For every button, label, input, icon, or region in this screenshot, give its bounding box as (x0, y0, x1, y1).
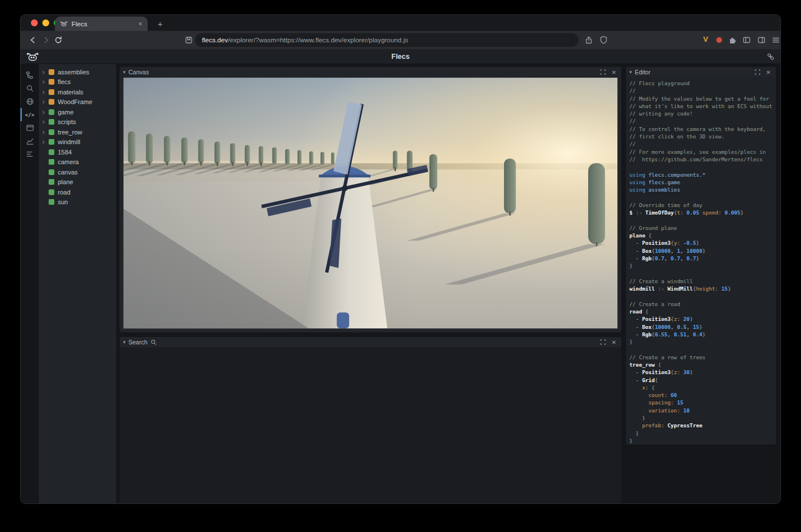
reload-button[interactable] (54, 35, 63, 45)
code-line: // Override time of day (629, 201, 772, 209)
fullscreen-icon[interactable] (599, 338, 607, 346)
tab-title: Flecs (72, 21, 134, 27)
tab-close-icon[interactable]: ✕ (138, 21, 142, 27)
code-line: // (629, 140, 772, 148)
bookmarks-sidebar-icon[interactable] (184, 35, 193, 45)
expand-caret-icon[interactable]: › (42, 129, 49, 136)
tree-item-label: assemblies (58, 69, 89, 76)
close-panel-icon[interactable]: ✕ (610, 68, 618, 76)
code-line: // (629, 87, 772, 94)
tree-item-materials[interactable]: ›materials (39, 87, 116, 97)
entity-color-swatch (49, 139, 54, 145)
tree-item-flecs[interactable]: ›flecs (39, 77, 116, 88)
code-line: // Ground plane (629, 224, 772, 232)
code-line: // https://github.com/SanderMertens/flec… (629, 156, 772, 163)
collapse-caret-icon[interactable]: ▾ (629, 70, 632, 75)
close-panel-icon[interactable]: ✕ (610, 338, 618, 346)
chart-panel-icon[interactable] (21, 134, 39, 148)
expand-caret-icon[interactable]: › (42, 109, 49, 116)
share-icon[interactable] (584, 35, 593, 45)
url-host: flecs.dev (202, 37, 228, 43)
address-bar[interactable]: flecs.dev/explorer/?wasm=https://www.fle… (195, 33, 578, 47)
entity-color-swatch (49, 99, 54, 105)
editor-panel-title: Editor (635, 69, 651, 76)
code-line: - Position3{z: 20} (629, 315, 772, 323)
tree-item-scripts[interactable]: ›scripts (39, 117, 116, 128)
code-line: // Flecs playground (629, 80, 772, 87)
entity-tree: ›assemblies›flecs›materials›WoodFrame›ga… (39, 64, 116, 503)
panel-icon-strip: </> (21, 64, 39, 503)
extensions-puzzle-icon[interactable] (728, 35, 737, 45)
red-extension-icon[interactable] (716, 37, 722, 43)
stats-panel-icon[interactable] (21, 148, 39, 161)
entity-color-swatch (49, 149, 54, 155)
tree-item-tree_row[interactable]: ›tree_row (39, 127, 116, 137)
shield-icon[interactable] (599, 35, 608, 45)
entities-tree-panel-icon[interactable] (21, 69, 39, 82)
sidebar-panel-icon[interactable] (742, 35, 751, 45)
minimize-window-button[interactable] (42, 19, 49, 26)
reading-list-panel-icon[interactable] (757, 35, 766, 45)
tree-item-assemblies[interactable]: ›assemblies (39, 67, 116, 77)
code-line: windmill :- WindMill{height: 15} (629, 285, 772, 292)
expand-caret-icon[interactable]: › (42, 78, 49, 85)
tree-item-label: sun (58, 198, 68, 205)
tree-item-road[interactable]: road (39, 187, 116, 197)
v-extension-icon[interactable]: V (703, 35, 708, 43)
entity-color-swatch (49, 179, 54, 185)
back-button[interactable] (29, 35, 38, 45)
code-line: - Position3{y: -0.5} (629, 239, 772, 247)
code-editor-panel-icon[interactable]: </> (21, 108, 39, 121)
code-line: - Position3{z: 30} (629, 368, 772, 376)
close-window-button[interactable] (31, 19, 38, 26)
new-tab-button[interactable]: + (154, 18, 166, 29)
search-panel: ▾ Search ✕ (120, 337, 621, 503)
menu-icon[interactable] (771, 35, 780, 45)
code-line: $ :- TimeOfDay{t: 0.05 speed: 0.005} (629, 209, 772, 216)
code-line: // Create a road (629, 300, 772, 308)
search-icon (150, 339, 157, 346)
tree-item-camera[interactable]: camera (39, 157, 116, 168)
tree-item-sun[interactable]: sun (39, 197, 116, 208)
code-line (629, 163, 772, 170)
fullscreen-icon[interactable] (754, 68, 762, 76)
tree-item-label: flecs (58, 78, 71, 85)
tree-item-canvas[interactable]: canvas (39, 167, 116, 177)
scene-3d (124, 78, 617, 328)
tree-item-label: windmill (58, 138, 80, 145)
code-line: } (629, 414, 772, 422)
tree-item-1584[interactable]: 1584 (39, 147, 116, 157)
tree-item-game[interactable]: ›game (39, 107, 116, 117)
world-panel-icon[interactable] (21, 95, 39, 108)
collapse-caret-icon[interactable]: ▾ (123, 340, 126, 345)
code-line: using assemblies (629, 186, 772, 193)
expand-caret-icon[interactable]: › (42, 118, 49, 125)
expand-caret-icon[interactable]: › (42, 69, 49, 76)
share-link-icon[interactable] (767, 53, 775, 61)
editor-code[interactable]: // Flecs playground//// Modify the value… (626, 77, 776, 444)
search-panel-icon[interactable] (21, 82, 39, 95)
content-area: </> ›assemblies›flecs›materials›WoodFram… (21, 64, 780, 503)
tree-item-windmill[interactable]: ›windmill (39, 137, 116, 148)
close-panel-icon[interactable]: ✕ (764, 68, 772, 76)
tree-item-plane[interactable]: plane (39, 177, 116, 188)
window-panel-icon[interactable] (21, 121, 39, 134)
tree-item-WoodFrame[interactable]: ›WoodFrame (39, 97, 116, 108)
code-line: } (629, 338, 772, 346)
collapse-caret-icon[interactable]: ▾ (123, 70, 126, 75)
code-line: - Rgb{0.55, 0.51, 0.4} (629, 331, 772, 338)
code-line: x: { (629, 384, 772, 391)
expand-caret-icon[interactable]: › (42, 138, 49, 145)
forward-button[interactable] (41, 35, 50, 45)
tree-item-label: game (58, 109, 74, 116)
editor-panel: ▾ Editor ✕ // Flecs playground//// Modif… (626, 67, 776, 444)
tab-strip: Flecs ✕ + (21, 15, 780, 31)
search-results-area[interactable] (120, 347, 621, 503)
browser-tab[interactable]: Flecs ✕ (55, 17, 148, 31)
code-line: // Modify the values below to get a feel… (629, 95, 772, 102)
tree-item-label: scripts (58, 118, 76, 125)
3d-viewport[interactable] (123, 77, 618, 329)
fullscreen-icon[interactable] (599, 68, 607, 76)
expand-caret-icon[interactable]: › (42, 98, 49, 105)
expand-caret-icon[interactable]: › (42, 89, 49, 96)
